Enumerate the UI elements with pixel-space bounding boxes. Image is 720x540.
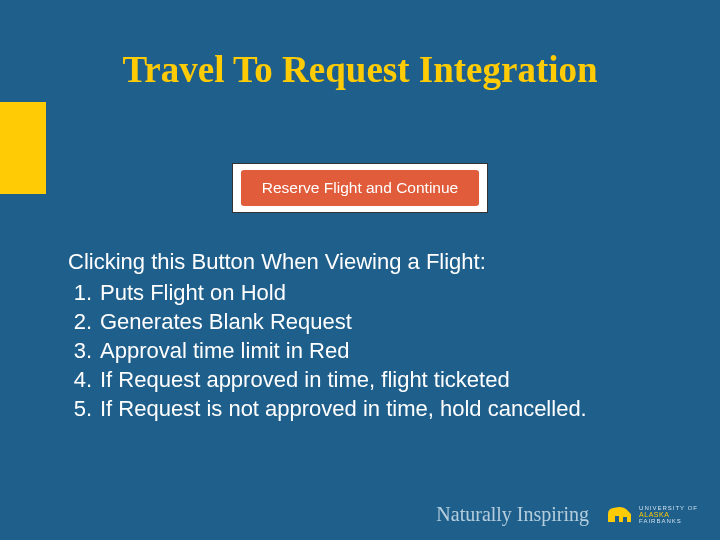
list-item: 1.Puts Flight on Hold [68,278,652,307]
accent-strip [0,102,46,194]
content-body: Clicking this Button When Viewing a Flig… [0,247,720,423]
list-item: 3.Approval time limit in Red [68,336,652,365]
bear-icon [605,504,633,526]
button-frame: Reserve Flight and Continue [232,163,488,213]
list-item: 5.If Request is not approved in time, ho… [68,394,652,423]
footer: Naturally Inspiring UNIVERSITY OF ALASKA… [436,503,698,526]
lead-text: Clicking this Button When Viewing a Flig… [68,247,652,276]
logo-text: UNIVERSITY OF ALASKA FAIRBANKS [639,505,698,525]
title-region: Travel To Request Integration [0,0,720,103]
steps-list: 1.Puts Flight on Hold 2.Generates Blank … [68,278,652,423]
uaf-logo: UNIVERSITY OF ALASKA FAIRBANKS [605,504,698,526]
tagline: Naturally Inspiring [436,503,589,526]
list-item: 4.If Request approved in time, flight ti… [68,365,652,394]
reserve-flight-button[interactable]: Reserve Flight and Continue [241,170,479,206]
list-item: 2.Generates Blank Request [68,307,652,336]
page-title: Travel To Request Integration [0,48,720,103]
